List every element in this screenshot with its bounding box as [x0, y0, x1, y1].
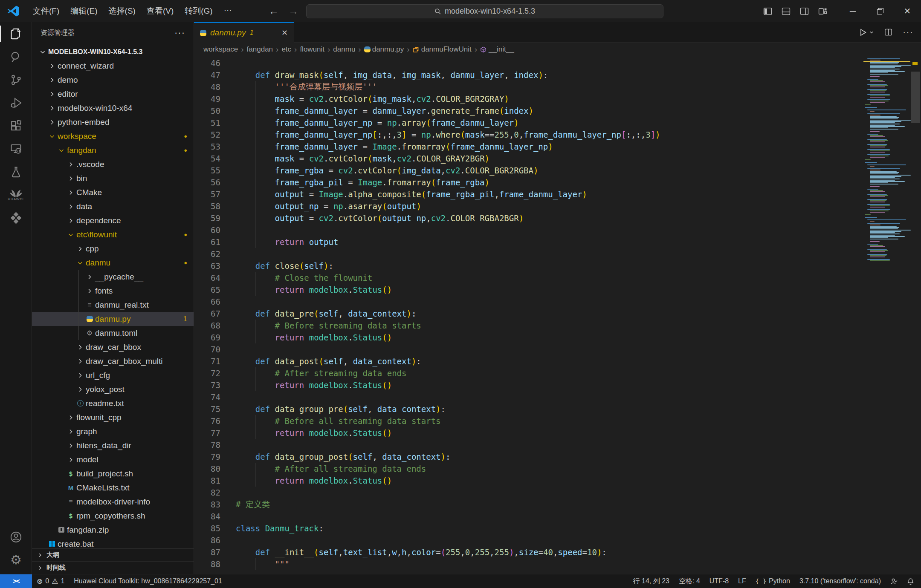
tree-folder--pycache-[interactable]: __pycache__: [32, 270, 194, 284]
code-line-68[interactable]: 68# Before streaming data starts: [194, 320, 921, 331]
code-line-66[interactable]: 66: [194, 296, 921, 308]
run-python-file-button[interactable]: [859, 28, 874, 37]
code-line-81[interactable]: 81return modelbox.Status(): [194, 475, 921, 487]
minimize-button[interactable]: ─: [839, 0, 866, 22]
code-line-60[interactable]: 60: [194, 224, 921, 236]
tree-file-danmu-toml[interactable]: ⚙danmu.toml: [32, 326, 194, 340]
menu-item-0[interactable]: 文件(F): [27, 3, 65, 19]
tree-folder-data[interactable]: data: [32, 199, 194, 213]
code-line-64[interactable]: 64# Close the flowunit: [194, 272, 921, 284]
timeline-section[interactable]: 时间线: [32, 561, 194, 574]
sidebar-more-actions-icon[interactable]: ···: [174, 27, 185, 38]
code-line-76[interactable]: 76# Before all streaming data starts: [194, 415, 921, 427]
tree-folder--vscode[interactable]: .vscode: [32, 157, 194, 171]
eol-status[interactable]: LF: [733, 574, 751, 588]
code-editor[interactable]: 4647def draw_mask(self, img_data, img_ma…: [194, 57, 921, 574]
encoding-status[interactable]: UTF-8: [705, 574, 733, 588]
tree-folder-cmake[interactable]: CMake: [32, 185, 194, 199]
activity-testing-icon[interactable]: [0, 160, 32, 183]
restore-button[interactable]: [866, 0, 894, 22]
python-interpreter-status[interactable]: 3.7.10 ('tensorflow': conda): [795, 574, 886, 588]
tree-file-cmakelists-txt[interactable]: MCMakeLists.txt: [32, 481, 194, 495]
menu-item-3[interactable]: 查看(V): [141, 3, 179, 19]
tree-folder-flowunit-cpp[interactable]: flowunit_cpp: [32, 410, 194, 424]
breadcrumb-item-etc[interactable]: etc: [281, 45, 291, 54]
tree-folder-graph[interactable]: graph: [32, 424, 194, 438]
breadcrumb-item-danmuflowunit[interactable]: danmuFlowUnit: [413, 45, 472, 54]
tree-folder-draw-car-bbox-multi[interactable]: draw_car_bbox_multi: [32, 354, 194, 368]
tree-folder-demo[interactable]: demo: [32, 73, 194, 87]
activity-source-control-icon[interactable]: [0, 68, 32, 91]
scrollbar-thumb[interactable]: [911, 72, 920, 123]
minimap[interactable]: [863, 57, 910, 266]
code-line-72[interactable]: 72# After streaming data ends: [194, 367, 921, 379]
code-line-77[interactable]: 77return modelbox.Status(): [194, 427, 921, 439]
breadcrumb-item-danmu[interactable]: danmu: [333, 45, 355, 54]
code-line-49[interactable]: 49mask = cv2.cvtColor(img_mask,cv2.COLOR…: [194, 93, 921, 105]
tree-folder-dependence[interactable]: dependence: [32, 213, 194, 228]
code-line-82[interactable]: 82: [194, 487, 921, 499]
tree-folder-workspace[interactable]: workspace●: [32, 129, 194, 143]
nav-back-icon[interactable]: ←: [269, 5, 279, 17]
code-line-62[interactable]: 62: [194, 248, 921, 260]
code-line-84[interactable]: 84: [194, 510, 921, 522]
toggle-sidebar-icon[interactable]: [763, 7, 772, 16]
activity-extensions-icon[interactable]: [0, 114, 32, 137]
menu-item-2[interactable]: 选择(S): [103, 3, 141, 19]
outline-section[interactable]: 大纲: [32, 548, 194, 561]
overview-ruler[interactable]: [910, 57, 921, 574]
toggle-panel-icon[interactable]: [782, 7, 791, 16]
toggle-secondary-sidebar-icon[interactable]: [800, 7, 809, 16]
code-line-88[interactable]: 88""": [194, 558, 921, 570]
code-line-61[interactable]: 61return output: [194, 236, 921, 248]
menu-item-1[interactable]: 编辑(E): [65, 3, 103, 19]
tree-folder-fangdan[interactable]: fangdan●: [32, 143, 194, 157]
tree-folder-python-embed[interactable]: python-embed: [32, 115, 194, 129]
feedback-status[interactable]: [886, 574, 902, 588]
tree-file-danmu-real-txt[interactable]: ≡danmu_real.txt: [32, 298, 194, 312]
tree-folder-url-cfg[interactable]: url_cfg: [32, 368, 194, 382]
breadcrumb-item-danmu-py[interactable]: danmu.py: [364, 45, 404, 54]
split-editor-icon[interactable]: [884, 28, 892, 36]
activity-huawei-toolkit-icon[interactable]: HUAWEI: [0, 183, 32, 206]
breadcrumb-item-flowunit[interactable]: flowunit: [300, 45, 324, 54]
breadcrumb-item-workspace[interactable]: workspace: [203, 45, 238, 54]
tree-file-rpm-copyothers-sh[interactable]: $rpm_copyothers.sh: [32, 509, 194, 523]
tree-folder-modelbox-win10-x64-1-5-3[interactable]: MODELBOX-WIN10-X64-1.5.3: [32, 45, 194, 59]
code-line-55[interactable]: 55frame_rgba = cv2.cvtColor(img_data,cv2…: [194, 164, 921, 176]
code-line-56[interactable]: 56frame_rgba_pil = Image.fromarray(frame…: [194, 176, 921, 188]
activity-explorer-icon[interactable]: [0, 22, 32, 45]
code-line-50[interactable]: 50frame_danmu_layer = danmu_layer.genera…: [194, 105, 921, 117]
code-line-79[interactable]: 79def data_group_post(self, data_context…: [194, 451, 921, 463]
tree-folder-editor[interactable]: editor: [32, 87, 194, 101]
problems-status[interactable]: ⊗ 0 ⚠ 1: [32, 574, 69, 588]
code-line-48[interactable]: 48'''合成弹幕层与视频层''': [194, 81, 921, 93]
tree-file-danmu-py[interactable]: danmu.py1: [32, 312, 194, 326]
tab-danmu-py[interactable]: danmu.py 1 ✕: [194, 22, 294, 43]
code-line-67[interactable]: 67def data_pre(self, data_context):: [194, 308, 921, 320]
accounts-icon[interactable]: [0, 525, 32, 548]
code-line-58[interactable]: 58output_np = np.asarray(output): [194, 200, 921, 212]
tree-file-readme-txt[interactable]: ireadme.txt: [32, 396, 194, 410]
tree-folder-fonts[interactable]: fonts: [32, 284, 194, 298]
notifications-status[interactable]: [902, 574, 921, 588]
editor-more-actions-icon[interactable]: ···: [903, 27, 913, 38]
code-line-71[interactable]: 71def data_post(self, data_context):: [194, 355, 921, 367]
code-line-75[interactable]: 75def data_group_pre(self, data_context)…: [194, 403, 921, 415]
code-line-46[interactable]: 46: [194, 57, 921, 69]
indentation-status[interactable]: 空格: 4: [674, 574, 705, 588]
tree-folder-etc-flowunit[interactable]: etc\flowunit●: [32, 228, 194, 242]
remote-indicator[interactable]: ><: [0, 574, 32, 588]
code-line-86[interactable]: 86: [194, 534, 921, 546]
breadcrumb-item--init-[interactable]: __init__: [480, 45, 514, 54]
code-line-57[interactable]: 57output = Image.alpha_composite(frame_r…: [194, 188, 921, 200]
code-line-74[interactable]: 74: [194, 391, 921, 403]
code-line-73[interactable]: 73return modelbox.Status(): [194, 379, 921, 391]
settings-gear-icon[interactable]: ⚙: [0, 548, 32, 571]
language-mode-status[interactable]: { } Python: [751, 574, 795, 588]
tree-folder-connect-wizard[interactable]: connect_wizard: [32, 59, 194, 73]
code-line-78[interactable]: 78: [194, 439, 921, 451]
code-line-63[interactable]: 63def close(self):: [194, 260, 921, 272]
code-line-54[interactable]: 54mask = cv2.cvtColor(mask,cv2.COLOR_GRA…: [194, 153, 921, 164]
tree-folder-draw-car-bbox[interactable]: draw_car_bbox: [32, 340, 194, 354]
